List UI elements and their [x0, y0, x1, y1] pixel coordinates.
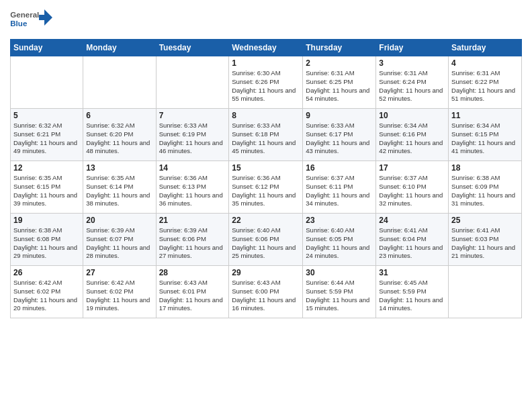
calendar-cell: 6Sunrise: 6:32 AM Sunset: 6:20 PM Daylig…: [83, 109, 156, 161]
cell-info: Sunrise: 6:31 AM Sunset: 6:22 PM Dayligh…: [451, 69, 519, 103]
calendar-cell: 7Sunrise: 6:33 AM Sunset: 6:19 PM Daylig…: [156, 109, 229, 161]
calendar-cell: 29Sunrise: 6:43 AM Sunset: 6:00 PM Dayli…: [229, 266, 303, 318]
cell-info: Sunrise: 6:39 AM Sunset: 6:06 PM Dayligh…: [159, 226, 226, 261]
day-number: 30: [306, 268, 373, 277]
cell-info: Sunrise: 6:38 AM Sunset: 6:08 PM Dayligh…: [13, 226, 80, 261]
calendar-week-2: 12Sunrise: 6:35 AM Sunset: 6:15 PM Dayli…: [11, 161, 522, 214]
calendar-week-4: 26Sunrise: 6:42 AM Sunset: 6:02 PM Dayli…: [11, 266, 522, 318]
calendar-cell: [83, 56, 156, 109]
day-number: 15: [232, 163, 300, 173]
logo: General Blue: [10, 7, 54, 34]
day-number: 1: [232, 58, 300, 68]
calendar-cell: 19Sunrise: 6:38 AM Sunset: 6:08 PM Dayli…: [11, 214, 83, 266]
page: General Blue SundayMondayTuesdayWednesda…: [0, 0, 532, 411]
day-number: 27: [86, 268, 152, 277]
calendar-cell: 11Sunrise: 6:34 AM Sunset: 6:15 PM Dayli…: [449, 109, 522, 161]
calendar-cell: 3Sunrise: 6:31 AM Sunset: 6:24 PM Daylig…: [376, 56, 449, 109]
calendar-week-3: 19Sunrise: 6:38 AM Sunset: 6:08 PM Dayli…: [11, 214, 522, 266]
day-number: 16: [306, 163, 373, 173]
cell-info: Sunrise: 6:33 AM Sunset: 6:19 PM Dayligh…: [159, 122, 226, 156]
day-number: 6: [86, 111, 152, 120]
cell-info: Sunrise: 6:36 AM Sunset: 6:13 PM Dayligh…: [159, 174, 226, 208]
cell-info: Sunrise: 6:33 AM Sunset: 6:17 PM Dayligh…: [306, 122, 373, 156]
cell-info: Sunrise: 6:36 AM Sunset: 6:12 PM Dayligh…: [232, 174, 300, 208]
cell-info: Sunrise: 6:31 AM Sunset: 6:24 PM Dayligh…: [379, 69, 445, 103]
calendar-cell: 13Sunrise: 6:35 AM Sunset: 6:14 PM Dayli…: [83, 161, 156, 214]
calendar-cell: 18Sunrise: 6:38 AM Sunset: 6:09 PM Dayli…: [449, 161, 522, 214]
calendar-table: SundayMondayTuesdayWednesdayThursdayFrid…: [10, 39, 522, 318]
cell-info: Sunrise: 6:44 AM Sunset: 5:59 PM Dayligh…: [306, 279, 373, 313]
cell-info: Sunrise: 6:45 AM Sunset: 5:59 PM Dayligh…: [379, 279, 445, 313]
day-number: 25: [451, 216, 519, 225]
day-number: 20: [86, 216, 152, 225]
cell-info: Sunrise: 6:37 AM Sunset: 6:11 PM Dayligh…: [306, 174, 373, 208]
calendar-cell: 30Sunrise: 6:44 AM Sunset: 5:59 PM Dayli…: [303, 266, 376, 318]
svg-text:Blue: Blue: [10, 19, 28, 28]
cell-info: Sunrise: 6:39 AM Sunset: 6:07 PM Dayligh…: [86, 226, 152, 261]
day-number: 24: [379, 216, 445, 225]
calendar-cell: 4Sunrise: 6:31 AM Sunset: 6:22 PM Daylig…: [449, 56, 522, 109]
col-header-wednesday: Wednesday: [229, 40, 303, 56]
calendar-cell: 2Sunrise: 6:31 AM Sunset: 6:25 PM Daylig…: [303, 56, 376, 109]
calendar-cell: [156, 56, 229, 109]
day-number: 9: [306, 111, 373, 120]
day-number: 5: [13, 111, 80, 120]
calendar-cell: 21Sunrise: 6:39 AM Sunset: 6:06 PM Dayli…: [156, 214, 229, 266]
calendar-cell: [449, 266, 522, 318]
day-number: 21: [159, 216, 226, 225]
day-number: 10: [379, 111, 445, 120]
day-number: 7: [159, 111, 226, 120]
cell-info: Sunrise: 6:43 AM Sunset: 6:01 PM Dayligh…: [159, 279, 226, 313]
cell-info: Sunrise: 6:37 AM Sunset: 6:10 PM Dayligh…: [379, 174, 445, 208]
col-header-monday: Monday: [83, 40, 156, 56]
calendar-cell: 5Sunrise: 6:32 AM Sunset: 6:21 PM Daylig…: [11, 109, 83, 161]
day-number: 12: [13, 163, 80, 173]
cell-info: Sunrise: 6:42 AM Sunset: 6:02 PM Dayligh…: [86, 279, 152, 313]
calendar-cell: 28Sunrise: 6:43 AM Sunset: 6:01 PM Dayli…: [156, 266, 229, 318]
cell-info: Sunrise: 6:31 AM Sunset: 6:25 PM Dayligh…: [306, 69, 373, 103]
col-header-thursday: Thursday: [303, 40, 376, 56]
day-number: 11: [451, 111, 519, 120]
cell-info: Sunrise: 6:40 AM Sunset: 6:06 PM Dayligh…: [232, 226, 300, 261]
calendar-cell: 23Sunrise: 6:40 AM Sunset: 6:05 PM Dayli…: [303, 214, 376, 266]
header: General Blue: [10, 7, 522, 34]
col-header-tuesday: Tuesday: [156, 40, 229, 56]
col-header-saturday: Saturday: [449, 40, 522, 56]
calendar-cell: 16Sunrise: 6:37 AM Sunset: 6:11 PM Dayli…: [303, 161, 376, 214]
cell-info: Sunrise: 6:41 AM Sunset: 6:03 PM Dayligh…: [451, 226, 519, 261]
calendar-cell: 9Sunrise: 6:33 AM Sunset: 6:17 PM Daylig…: [303, 109, 376, 161]
col-header-sunday: Sunday: [11, 40, 83, 56]
cell-info: Sunrise: 6:41 AM Sunset: 6:04 PM Dayligh…: [379, 226, 445, 261]
day-number: 28: [159, 268, 226, 277]
cell-info: Sunrise: 6:42 AM Sunset: 6:02 PM Dayligh…: [13, 279, 80, 313]
cell-info: Sunrise: 6:34 AM Sunset: 6:15 PM Dayligh…: [451, 122, 519, 156]
calendar-cell: 12Sunrise: 6:35 AM Sunset: 6:15 PM Dayli…: [11, 161, 83, 214]
cell-info: Sunrise: 6:35 AM Sunset: 6:15 PM Dayligh…: [13, 174, 80, 208]
calendar-cell: 26Sunrise: 6:42 AM Sunset: 6:02 PM Dayli…: [11, 266, 83, 318]
day-number: 18: [451, 163, 519, 173]
cell-info: Sunrise: 6:30 AM Sunset: 6:26 PM Dayligh…: [232, 69, 300, 103]
svg-marker-2: [39, 9, 52, 26]
calendar-header-row: SundayMondayTuesdayWednesdayThursdayFrid…: [11, 40, 522, 56]
cell-info: Sunrise: 6:38 AM Sunset: 6:09 PM Dayligh…: [451, 174, 519, 208]
day-number: 17: [379, 163, 445, 173]
calendar-cell: 31Sunrise: 6:45 AM Sunset: 5:59 PM Dayli…: [376, 266, 449, 318]
cell-info: Sunrise: 6:32 AM Sunset: 6:20 PM Dayligh…: [86, 122, 152, 156]
calendar-cell: 10Sunrise: 6:34 AM Sunset: 6:16 PM Dayli…: [376, 109, 449, 161]
calendar-cell: 25Sunrise: 6:41 AM Sunset: 6:03 PM Dayli…: [449, 214, 522, 266]
day-number: 31: [379, 268, 445, 277]
day-number: 13: [86, 163, 152, 173]
day-number: 22: [232, 216, 300, 225]
calendar-cell: 27Sunrise: 6:42 AM Sunset: 6:02 PM Dayli…: [83, 266, 156, 318]
cell-info: Sunrise: 6:35 AM Sunset: 6:14 PM Dayligh…: [86, 174, 152, 208]
day-number: 23: [306, 216, 373, 225]
cell-info: Sunrise: 6:32 AM Sunset: 6:21 PM Dayligh…: [13, 122, 80, 156]
calendar-cell: 1Sunrise: 6:30 AM Sunset: 6:26 PM Daylig…: [229, 56, 303, 109]
day-number: 14: [159, 163, 226, 173]
cell-info: Sunrise: 6:33 AM Sunset: 6:18 PM Dayligh…: [232, 122, 300, 156]
calendar-cell: 17Sunrise: 6:37 AM Sunset: 6:10 PM Dayli…: [376, 161, 449, 214]
calendar-cell: 14Sunrise: 6:36 AM Sunset: 6:13 PM Dayli…: [156, 161, 229, 214]
calendar-week-1: 5Sunrise: 6:32 AM Sunset: 6:21 PM Daylig…: [11, 109, 522, 161]
day-number: 3: [379, 58, 445, 68]
calendar-cell: 8Sunrise: 6:33 AM Sunset: 6:18 PM Daylig…: [229, 109, 303, 161]
